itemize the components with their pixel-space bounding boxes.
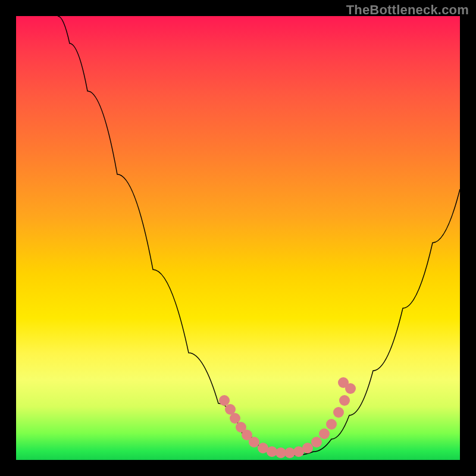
bottleneck-curve-line <box>58 16 460 455</box>
curve-marker <box>230 413 240 424</box>
curve-marker <box>326 419 337 430</box>
curve-marker <box>319 428 330 439</box>
curve-marker <box>219 395 230 406</box>
curve-marker <box>338 377 349 388</box>
curve-marker <box>339 395 350 406</box>
marker-group <box>219 377 356 458</box>
curve-marker <box>311 437 322 447</box>
chart-frame: TheBottleneck.com <box>0 0 476 476</box>
curve-marker <box>302 443 313 453</box>
bottleneck-curve-svg <box>16 16 460 460</box>
curve-marker <box>333 407 344 418</box>
curve-marker <box>249 437 259 447</box>
